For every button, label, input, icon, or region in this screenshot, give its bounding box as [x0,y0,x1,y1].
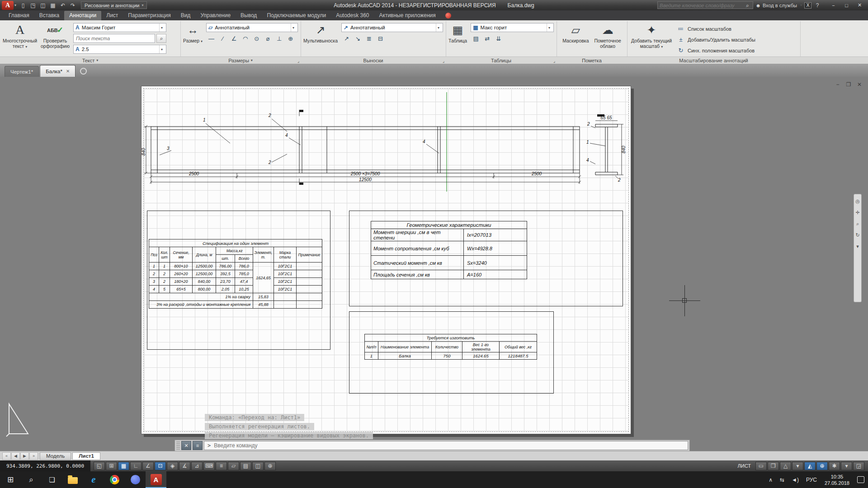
command-grip-icon[interactable] [176,441,180,450]
orbit-icon[interactable]: ↻ [855,233,859,238]
annotation-visibility-icon[interactable]: ◭ [804,462,816,470]
spell-check-button[interactable]: АБВ✓ Проверить орфографию [41,21,70,56]
quick-view-drawings-icon[interactable]: ❐ [768,462,779,470]
arc-dimension-icon[interactable]: ◠ [240,34,250,43]
add-current-scale-button[interactable]: ✦ Добавить текущий масштаб▾ [630,21,673,56]
open-file-icon[interactable]: ◳ [28,1,38,9]
ribbon-tab-9[interactable]: Подключаемые модули [262,11,331,20]
leader-style-combo[interactable]: ↗ Аннотативный ▾ [341,23,443,32]
close-tab-icon[interactable]: ✕ [66,69,70,74]
text-height-combo[interactable]: A 2.5 ▾ [73,45,166,54]
scale-list-item[interactable]: ≔Список масштабов [677,24,755,33]
dialog-launcher-icon[interactable]: ⌟ [443,59,444,63]
layout-nav-3[interactable]: ▶ [20,452,29,460]
command-input-area[interactable]: > [204,441,688,450]
toggle-lineweight[interactable]: ≡ [216,462,227,470]
ribbon-tab-11[interactable]: Активные приложения [374,11,441,20]
extract-data-icon[interactable]: ▤ [471,34,481,43]
angular-dimension-icon[interactable]: ∠ [229,34,239,43]
aligned-dimension-icon[interactable]: ∕ [217,34,228,43]
chevron-down-icon[interactable]: ▾ [14,3,16,7]
caption-markup[interactable]: Пометка [557,57,627,64]
layout-nav-4[interactable]: » [29,452,38,460]
toggle-grid[interactable]: ▦ [118,462,129,470]
scale-list-icon[interactable]: ▾ [792,462,803,470]
customize-command-icon[interactable]: ≡ [193,441,203,450]
center-mark-icon[interactable]: ⊕ [285,34,296,43]
caption-tables[interactable]: Таблицы ⌟ [446,57,557,64]
chevron-down-icon[interactable]: ▾ [291,23,296,32]
toggle-quick-properties[interactable]: ▤ [240,462,251,470]
toggle-otrack[interactable]: ∡ [179,462,190,470]
ribbon-tab-4[interactable]: Лист [101,11,123,20]
clean-screen-icon[interactable]: ◲ [853,462,864,470]
radius-dimension-icon[interactable]: ⊙ [251,34,262,43]
toggle-snap[interactable]: ⊞ [106,462,117,470]
wipeout-button[interactable]: ▱ Маскировка [562,21,589,56]
toggle-dynamic-input[interactable]: ⌨ [203,462,215,470]
new-tab-icon[interactable] [80,68,87,75]
ribbon-tab-3[interactable]: Аннотации [64,11,101,20]
status-menu-icon[interactable]: ▾ [841,462,852,470]
file-explorer-button[interactable] [62,471,83,488]
steering-wheel-icon[interactable]: ◎ [855,199,860,204]
search-button[interactable]: ⌕ [21,471,42,488]
toggle-annotation-monitor[interactable]: ⊕ [264,462,276,470]
text-style-combo[interactable]: A Максим Горит ▾ [73,23,166,32]
navbar-more-icon[interactable]: ▾ [856,244,859,249]
edge-button[interactable]: e [83,471,104,488]
chevron-down-icon[interactable]: ▾ [547,23,552,32]
zoom-icon[interactable]: ⌕ [856,221,859,226]
caption-text[interactable]: Текст▾ [0,57,180,64]
restore-button[interactable]: □ [840,1,853,9]
undo-icon[interactable]: ↶ [58,1,67,9]
chevron-down-icon[interactable]: ▾ [436,23,441,32]
toggle-infer-constraints[interactable]: ◱ [94,462,105,470]
collect-leaders-icon[interactable]: ⊟ [375,34,386,43]
start-button[interactable]: ⊞ [0,471,21,488]
ribbon-tab-8[interactable]: Вывод [236,11,262,20]
signin-button[interactable]: ☻ Вход в службы ▾ [755,3,802,8]
network-icon[interactable]: ⇆ [776,471,788,488]
infocenter-badge-icon[interactable] [445,13,451,19]
mtext-button[interactable]: A Многострочный текст▾ [3,21,37,56]
layout-space-label[interactable]: ЛИСТ [735,463,754,469]
redo-icon[interactable]: ↷ [68,1,77,9]
table-style-combo[interactable]: ▦ Макс горит ▾ [471,23,554,32]
auto-annotation-scale-icon[interactable]: ⊕ [816,462,828,470]
chevron-down-icon[interactable]: ▾ [159,23,164,32]
exchange-apps-icon[interactable]: X [804,2,811,9]
diameter-dimension-icon[interactable]: ⌀ [263,34,273,43]
caption-annotation-scaling[interactable]: Масштабирование аннотаций [627,57,800,64]
plot-icon[interactable]: ▦ [48,1,57,9]
toggle-transparency[interactable]: ▱ [228,462,239,470]
infocenter-search-input[interactable] [660,3,742,8]
update-data-icon[interactable]: ⇊ [493,34,504,43]
ribbon-tab-1[interactable]: Главная [4,11,34,20]
autocad-button[interactable]: A [146,471,166,488]
caption-leaders[interactable]: Выноски ⌟ [301,57,446,64]
volume-icon[interactable]: ◄) [788,471,802,488]
new-file-icon[interactable]: ▯ [19,1,28,9]
minimize-button[interactable]: − [827,1,840,9]
ribbon-tab-6[interactable]: Вид [176,11,196,20]
dim-style-combo[interactable]: ▱ Аннотативный ▾ [206,23,298,32]
sync-scale-positions-item[interactable]: ↻Синх. положения масштабов [677,46,755,55]
pan-icon[interactable]: ✛ [855,210,859,215]
paper-sheet[interactable]: 2500 2500 ×3=7500 2500 12500 840 1 2 3 2… [141,86,631,434]
drawing-viewport[interactable]: − ❐ ✕ [0,77,868,460]
toggle-3dosnap[interactable]: ◈ [167,462,178,470]
dialog-launcher-icon[interactable]: ⌟ [297,59,299,63]
task-view-button[interactable]: ❏ [42,471,62,488]
clock[interactable]: 10:35 27.05.2018 [821,474,854,486]
layout-tab-лист1[interactable]: Лист1 [72,452,100,460]
save-icon[interactable]: ◫ [38,1,47,9]
doc-restore-button[interactable]: ❐ [845,81,852,88]
layout-nav-2[interactable]: ◀ [11,452,20,460]
layout-tab-модель[interactable]: Модель [40,452,71,460]
toggle-osnap[interactable]: ⊡ [155,462,166,470]
data-link-icon[interactable]: ⇄ [482,34,492,43]
quick-view-layouts-icon[interactable]: ▭ [755,462,767,470]
help-icon[interactable]: ? [814,2,821,9]
ordinate-dimension-icon[interactable]: ⊥ [274,34,284,43]
